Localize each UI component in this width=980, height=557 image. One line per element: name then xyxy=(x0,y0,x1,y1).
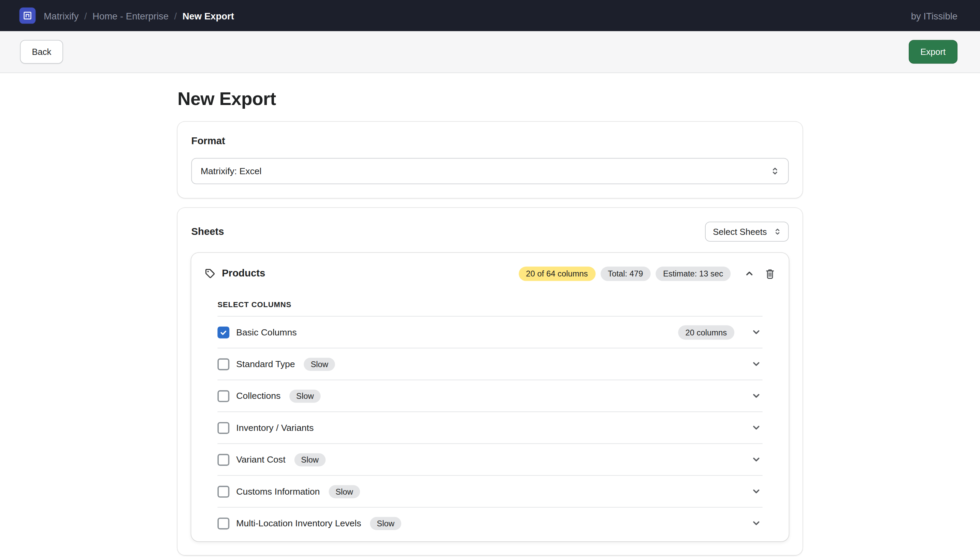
column-groups-list: Basic Columns 20 columns Standard Type S… xyxy=(217,316,762,539)
selected-columns-badge: 20 columns xyxy=(678,325,734,339)
tag-icon xyxy=(204,267,216,280)
select-sheets-button[interactable]: Select Sheets xyxy=(705,221,789,242)
column-group-label: Customs Information xyxy=(236,487,320,496)
column-group-checkbox[interactable] xyxy=(217,390,229,402)
select-columns-label: SELECT COLUMNS xyxy=(217,300,762,309)
delete-sheet-button[interactable] xyxy=(764,267,776,280)
byline-text: by ITissible xyxy=(911,10,957,21)
column-group-right xyxy=(750,485,763,498)
column-group-row[interactable]: Multi-Location Inventory Levels Slow xyxy=(217,507,762,539)
sheets-header: Sheets Select Sheets xyxy=(191,221,789,242)
column-group-left: Inventory / Variants xyxy=(217,422,314,433)
chevron-down-icon[interactable] xyxy=(750,485,763,498)
slow-badge: Slow xyxy=(289,389,321,402)
column-group-right xyxy=(750,517,763,530)
column-group-label: Inventory / Variants xyxy=(236,423,314,433)
column-group-right: 20 columns xyxy=(678,325,762,339)
select-sheets-label: Select Sheets xyxy=(713,227,767,236)
products-sheet-title: Products xyxy=(222,268,265,279)
column-group-checkbox[interactable] xyxy=(217,326,229,338)
column-group-right xyxy=(750,358,763,371)
column-group-label: Standard Type xyxy=(236,359,295,369)
topbar: Matrixify / Home - Enterprise / New Expo… xyxy=(0,0,980,31)
matrixify-logo-icon[interactable] xyxy=(20,8,36,24)
back-button[interactable]: Back xyxy=(20,40,64,64)
breadcrumb-separator: / xyxy=(84,10,87,21)
breadcrumb: Matrixify / Home - Enterprise / New Expo… xyxy=(44,10,234,21)
export-button[interactable]: Export xyxy=(908,40,957,64)
column-group-row[interactable]: Collections Slow xyxy=(217,380,762,412)
column-group-row[interactable]: Standard Type Slow xyxy=(217,348,762,379)
breadcrumb-separator: / xyxy=(174,10,177,21)
estimate-badge: Estimate: 13 sec xyxy=(655,266,730,280)
column-group-label: Basic Columns xyxy=(236,327,297,337)
column-group-checkbox[interactable] xyxy=(217,518,229,529)
slow-badge: Slow xyxy=(294,453,325,466)
select-caret-icon xyxy=(769,165,781,177)
format-card: Format Matrixify: Excel xyxy=(178,122,802,198)
column-group-row[interactable]: Inventory / Variants xyxy=(217,412,762,443)
select-caret-icon xyxy=(773,227,782,236)
column-group-right xyxy=(750,389,763,402)
column-group-left: Collections Slow xyxy=(217,389,320,402)
slow-badge: Slow xyxy=(328,485,360,498)
column-group-row[interactable]: Customs Information Slow xyxy=(217,475,762,507)
products-sheet-badges: 20 of 64 columns Total: 479 Estimate: 13… xyxy=(518,266,776,280)
chevron-down-icon[interactable] xyxy=(750,453,763,466)
column-group-checkbox[interactable] xyxy=(217,422,229,433)
column-group-label: Multi-Location Inventory Levels xyxy=(236,518,361,528)
column-group-checkbox[interactable] xyxy=(217,358,229,370)
app-window: Matrixify / Home - Enterprise / New Expo… xyxy=(0,0,980,557)
products-sheet-card: Products 20 of 64 columns Total: 479 Est… xyxy=(191,253,789,541)
chevron-down-icon[interactable] xyxy=(750,358,763,371)
column-group-left: Basic Columns xyxy=(217,326,297,338)
column-group-right xyxy=(750,421,763,434)
page-title: New Export xyxy=(178,89,802,109)
column-group-right xyxy=(750,453,763,466)
collapse-sheet-button[interactable] xyxy=(743,267,756,280)
breadcrumb-matrixify[interactable]: Matrixify xyxy=(44,10,78,21)
format-select-value: Matrixify: Excel xyxy=(201,166,262,176)
breadcrumb-new-export: New Export xyxy=(183,10,234,21)
products-sheet-header: Products 20 of 64 columns Total: 479 Est… xyxy=(204,264,776,283)
column-group-left: Standard Type Slow xyxy=(217,358,335,371)
slow-badge: Slow xyxy=(370,517,401,530)
column-group-left: Multi-Location Inventory Levels Slow xyxy=(217,517,401,530)
columns-count-badge: 20 of 64 columns xyxy=(518,266,595,280)
column-group-row[interactable]: Variant Cost Slow xyxy=(217,443,762,475)
chevron-down-icon[interactable] xyxy=(750,389,763,402)
breadcrumb-home-enterprise[interactable]: Home - Enterprise xyxy=(93,10,168,21)
format-heading: Format xyxy=(191,135,789,147)
format-select[interactable]: Matrixify: Excel xyxy=(191,158,789,184)
column-group-label: Collections xyxy=(236,391,281,401)
column-group-row[interactable]: Basic Columns 20 columns xyxy=(217,316,762,348)
column-group-label: Variant Cost xyxy=(236,454,285,464)
chevron-down-icon[interactable] xyxy=(750,517,763,530)
column-group-left: Customs Information Slow xyxy=(217,485,360,498)
main-content: New Export Format Matrixify: Excel Sheet… xyxy=(178,73,802,555)
chevron-down-icon[interactable] xyxy=(750,421,763,434)
sheets-heading: Sheets xyxy=(191,226,224,237)
column-group-left: Variant Cost Slow xyxy=(217,453,325,466)
total-badge: Total: 479 xyxy=(600,266,650,280)
sheets-card: Sheets Select Sheets xyxy=(178,208,802,555)
slow-badge: Slow xyxy=(304,358,335,371)
action-toolbar: Back Export xyxy=(0,31,980,73)
column-group-checkbox[interactable] xyxy=(217,485,229,497)
chevron-down-icon[interactable] xyxy=(750,326,763,339)
column-group-checkbox[interactable] xyxy=(217,454,229,466)
